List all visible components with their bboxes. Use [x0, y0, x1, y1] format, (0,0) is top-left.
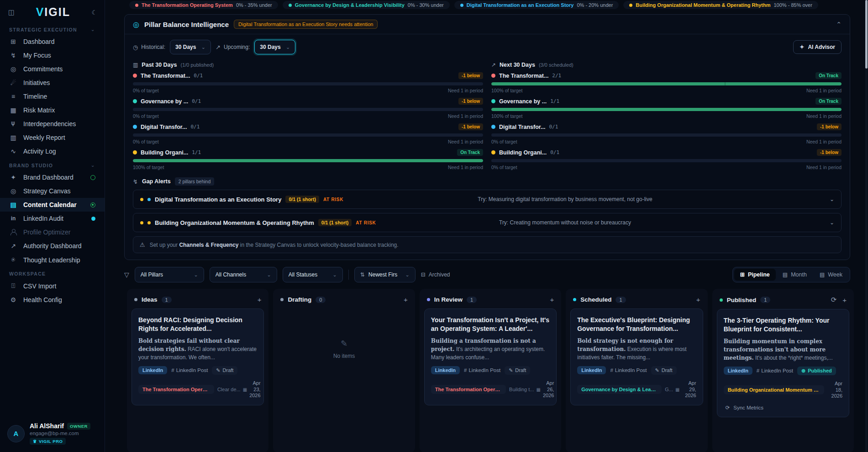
gear-icon: ⚙ — [9, 296, 17, 303]
sidebar-item-risk-matrix[interactable]: ▦Risk Matrix — [0, 103, 105, 117]
gap-alert-row[interactable]: Building Organizational Momentum & Opera… — [133, 213, 842, 232]
pillar-chip: Governance by Design & Leadership Visibi… — [577, 385, 662, 394]
content-card[interactable]: The 3-Tier Operating Rhythm: Your Bluepr… — [717, 309, 849, 417]
ai-advisor-button[interactable]: ✦AI Advisor — [793, 40, 842, 54]
past-title: Past 30 Days — [142, 62, 177, 68]
pillars-behind-badge: 2 pillars behind — [175, 177, 215, 186]
channel-badge: LinkedIn — [138, 366, 167, 374]
file-import-icon: ⍐ — [9, 282, 17, 290]
sidebar-item-activity-log[interactable]: ∿Activity Log — [0, 144, 105, 158]
sidebar-item-dashboard[interactable]: ⊞Dashboard — [0, 35, 105, 48]
pillar-dot-icon — [491, 99, 495, 103]
sidebar-item-profile-optimizer[interactable]: Profile Optimizer — [0, 225, 105, 239]
sidebar-item-thought-leadership[interactable]: ⍟Thought Leadership — [0, 253, 105, 267]
panel-title: Pillar Balance Intelligence — [144, 21, 229, 28]
add-card-button[interactable]: + — [404, 296, 408, 303]
sidebar-item-timeline[interactable]: ≡Timeline — [0, 90, 105, 103]
sync-metrics-button[interactable]: ⟳Sync Metrics — [726, 404, 841, 411]
sidebar-item-initiatives[interactable]: ☄Initiatives — [0, 76, 105, 90]
add-card-button[interactable]: + — [258, 296, 262, 303]
sidebar-item-interdependencies[interactable]: ⋔Interdependencies — [0, 117, 105, 131]
status-badge: -1 below — [817, 149, 842, 156]
globe-icon: ⊕ — [801, 368, 805, 374]
view-month-button[interactable]: ▤Month — [777, 269, 813, 281]
sidebar-item-weekly-report[interactable]: ▥Weekly Report — [0, 131, 105, 144]
target-icon: ◎ — [133, 20, 139, 29]
pillar-pill[interactable]: Digital Transformation as an Execution S… — [454, 1, 619, 9]
column-count-badge: 1 — [162, 297, 172, 303]
progress-bar — [133, 82, 483, 85]
setup-note: ⚠ Set up your Channels & Frequency in th… — [133, 236, 842, 253]
progress-bar — [133, 133, 483, 137]
attention-badge: Digital Transformation as an Execution S… — [234, 20, 378, 29]
progress-bar — [133, 108, 483, 111]
progress-bar — [491, 108, 842, 111]
content-card[interactable]: The Executive's Blueprint: Designing Gov… — [570, 308, 703, 405]
channel-badge: LinkedIn — [577, 366, 606, 374]
column-title: Scheduled — [580, 296, 611, 303]
sidebar-toggle-icon[interactable]: ◫ — [8, 8, 15, 16]
sort-dropdown[interactable]: ⇅Newest Firs⌄ — [354, 267, 416, 282]
user-profile[interactable]: A Ali AlSharif OWNER engage@bp-me.com ♛V… — [0, 416, 105, 452]
sidebar-item-brand-dashboard[interactable]: ✦Brand Dashboard — [0, 170, 105, 184]
refresh-icon[interactable]: ⟳ — [831, 296, 837, 304]
sidebar-item-label: Thought Leadership — [23, 256, 80, 264]
collapse-panel-icon[interactable]: ⌃ — [836, 21, 842, 28]
theme-toggle-icon[interactable]: ☾ — [91, 9, 97, 16]
card-title: Your Transformation Isn't a Project, It'… — [431, 316, 550, 333]
sidebar-item-csv-import[interactable]: ⍐CSV Import — [0, 279, 105, 293]
channel-filter-dropdown[interactable]: All Channels⌄ — [210, 267, 277, 282]
pencil-icon: ✎ — [341, 339, 347, 349]
pillar-dot-icon — [147, 221, 151, 224]
target-icon: ◎ — [9, 187, 17, 195]
chevron-down-icon[interactable]: ⌄ — [830, 219, 834, 226]
sidebar-item-commitments[interactable]: ◎Commitments — [0, 62, 105, 76]
pillar-pill[interactable]: Building Organizational Momentum & Opera… — [623, 1, 818, 9]
chevron-down-icon[interactable]: ⌄ — [830, 196, 834, 202]
upcoming-select[interactable]: 30 Days⌄ — [254, 40, 295, 54]
add-card-button[interactable]: + — [696, 296, 700, 303]
gap-alert-row[interactable]: Digital Transformation as an Execution S… — [133, 190, 842, 209]
pillar-dot-icon — [491, 125, 495, 129]
view-week-button[interactable]: ▤Week — [814, 269, 848, 281]
pillar-pill[interactable]: Governance by Design & Leadership Visibi… — [283, 1, 450, 9]
sidebar-item-linkedin-audit[interactable]: inLinkedIn Audit — [0, 212, 105, 225]
sidebar-item-authority-dashboard[interactable]: ↗Authority Dashboard — [0, 239, 105, 253]
shortfall-badge: 0/1 (1 short) — [318, 219, 352, 226]
historical-select[interactable]: 30 Days⌄ — [170, 40, 211, 54]
sidebar-item-health-config[interactable]: ⚙Health Config — [0, 293, 105, 307]
card-excerpt: Building momentum in complex transformat… — [724, 337, 842, 362]
chevron-down-icon: ⌄ — [333, 272, 337, 278]
hash-icon: # — [171, 367, 174, 373]
target-icon: ◎ — [9, 65, 17, 73]
sidebar-item-label: Weekly Report — [23, 134, 65, 141]
pillar-filter-dropdown[interactable]: All Pillars⌄ — [135, 267, 204, 282]
pillar-progress-row: Digital Transfor...0/1-1 below 0% of tar… — [133, 123, 483, 144]
sidebar-section-workspace[interactable]: WORKSPACE — [0, 267, 105, 279]
sidebar-item-my-focus[interactable]: ↯My Focus — [0, 48, 105, 62]
pillar-dot-icon — [133, 74, 137, 78]
content-card[interactable]: Beyond RACI: Designing Decision Rights f… — [132, 308, 264, 405]
scrollbar-thumb[interactable] — [865, 0, 868, 69]
add-card-button[interactable]: + — [550, 296, 554, 303]
pencil-icon: ✎ — [509, 367, 513, 373]
sidebar-item-strategy-canvas[interactable]: ◎Strategy Canvas — [0, 184, 105, 198]
content-card[interactable]: Your Transformation Isn't a Project, It'… — [424, 308, 557, 405]
status-filter-dropdown[interactable]: All Statuses⌄ — [283, 267, 343, 282]
archived-toggle[interactable]: ⊟Archived — [421, 271, 450, 278]
view-pipeline-button[interactable]: ⊞Pipeline — [734, 269, 776, 281]
trend-icon: ↗ — [9, 242, 17, 250]
sidebar-item-label: CSV Import — [23, 282, 56, 290]
bolt-icon: ↯ — [133, 178, 138, 185]
column-dot-icon — [720, 298, 723, 302]
sidebar-section-brand-studio[interactable]: BRAND STUDIO ⌄ — [0, 158, 105, 170]
add-card-button[interactable]: + — [842, 296, 847, 304]
column-title: Ideas — [142, 296, 158, 303]
pillar-pill[interactable]: The Transformation Operating System0% - … — [129, 1, 278, 9]
bolt-icon: ↯ — [9, 52, 17, 59]
strategy-canvas-link[interactable]: Strategy Canvas — [255, 242, 295, 248]
sidebar-item-content-calendar[interactable]: ▤Content Calendar — [0, 198, 105, 212]
sidebar-section-strategic-execution[interactable]: STRATEGIC EXECUTION ⌄ — [0, 22, 105, 35]
column-in-review: In Review 1 + Your Transformation Isn't … — [420, 289, 561, 452]
risk-label: AT RISK — [356, 220, 376, 225]
